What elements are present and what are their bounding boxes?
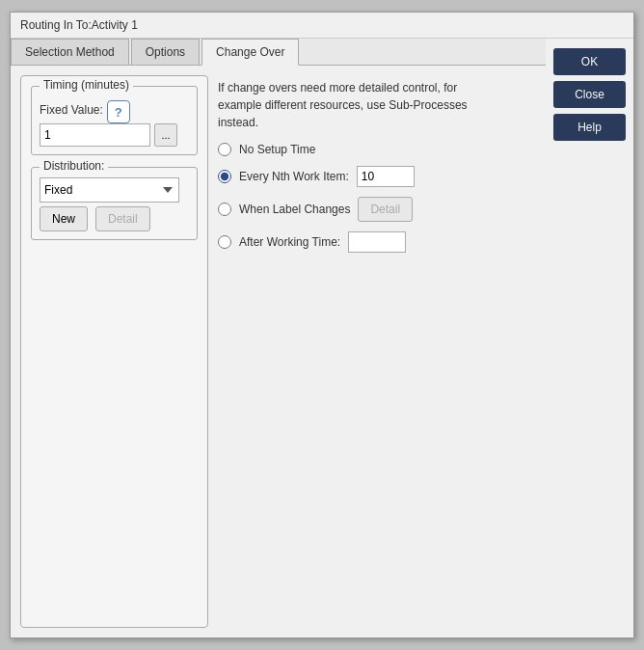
radio-row-no-setup: No Setup Time <box>218 143 536 156</box>
content-area: Selection Method Options Change Over Tim… <box>11 39 633 637</box>
ellipsis-button[interactable]: ... <box>154 123 177 147</box>
window-title: Routing In To:Activity 1 <box>20 18 138 32</box>
radio-after-working-label: After Working Time: <box>239 235 340 249</box>
radio-when-label-label: When Label Changes <box>239 203 350 216</box>
radio-after-working[interactable] <box>218 235 231 249</box>
radio-row-after-working: After Working Time: <box>218 231 536 253</box>
tab-bar: Selection Method Options Change Over <box>11 39 546 66</box>
help-circle-icon[interactable]: ? <box>107 100 130 123</box>
left-panel: Timing (minutes) Fixed Value: ? ... <box>20 75 208 628</box>
radio-row-when-label: When Label Changes Detail <box>218 197 536 222</box>
distribution-legend: Distribution: <box>40 159 108 173</box>
radio-group: No Setup Time Every Nth Work Item: <box>218 143 536 253</box>
timing-group: Timing (minutes) Fixed Value: ? ... <box>31 86 198 155</box>
after-working-value-input[interactable] <box>348 231 406 253</box>
fixed-value-row: ... <box>40 123 189 147</box>
help-button[interactable]: Help <box>553 114 626 141</box>
close-button[interactable]: Close <box>553 81 626 108</box>
fixed-value-label: Fixed Value: <box>40 103 103 117</box>
radio-no-setup-label: No Setup Time <box>239 143 315 156</box>
tab-options[interactable]: Options <box>131 39 200 65</box>
timing-legend: Timing (minutes) <box>40 78 133 92</box>
radio-when-label[interactable] <box>218 203 231 216</box>
timing-header-row: Fixed Value: ? <box>40 100 189 123</box>
main-window: Routing In To:Activity 1 Selection Metho… <box>10 12 634 638</box>
right-panel: If change overs need more detailed contr… <box>218 75 536 628</box>
new-button[interactable]: New <box>40 206 88 231</box>
every-nth-value-input[interactable] <box>357 166 415 187</box>
sidebar-buttons: OK Close Help <box>546 39 633 637</box>
info-text: If change overs need more detailed contr… <box>218 79 488 131</box>
fixed-value-input[interactable] <box>40 123 150 147</box>
distribution-select-row: Fixed Normal Uniform Exponential <box>40 177 189 203</box>
detail-button-right[interactable]: Detail <box>358 197 413 222</box>
radio-every-nth[interactable] <box>218 170 231 183</box>
distribution-select[interactable]: Fixed Normal Uniform Exponential <box>40 177 179 203</box>
panel-body: Timing (minutes) Fixed Value: ? ... <box>11 66 546 637</box>
tab-change-over[interactable]: Change Over <box>201 39 299 66</box>
distribution-group: Distribution: Fixed Normal Uniform Expon… <box>31 167 198 240</box>
radio-every-nth-label: Every Nth Work Item: <box>239 170 349 183</box>
radio-row-every-nth: Every Nth Work Item: <box>218 166 536 187</box>
detail-button-left[interactable]: Detail <box>95 206 150 231</box>
ok-button[interactable]: OK <box>553 48 626 75</box>
radio-no-setup[interactable] <box>218 143 231 156</box>
title-bar: Routing In To:Activity 1 <box>11 13 633 39</box>
distribution-btn-row: New Detail <box>40 206 189 231</box>
tab-selection-method[interactable]: Selection Method <box>11 39 129 65</box>
main-panel: Selection Method Options Change Over Tim… <box>11 39 546 637</box>
